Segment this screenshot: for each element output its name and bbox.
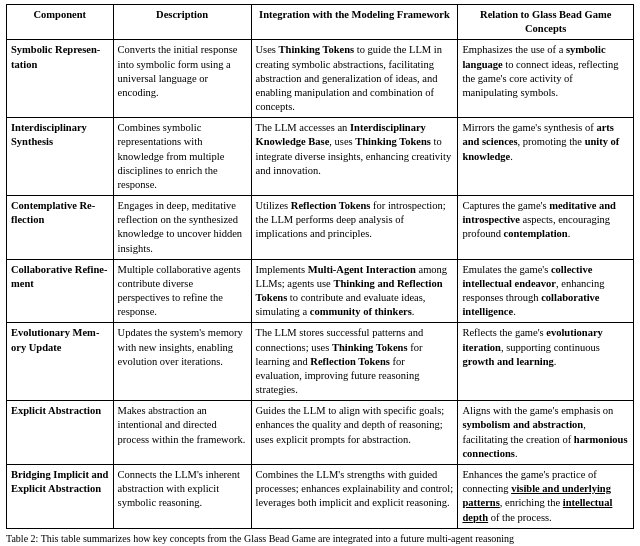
- bold-text: evolution­ary iteration: [462, 327, 602, 352]
- integration-cell: Utilizes Reflection Tokens for introspec…: [251, 196, 458, 260]
- component-cell: Collaborative Refine­ment: [7, 259, 114, 323]
- bold-text: col­laborative intelligence: [462, 292, 599, 317]
- bold-text: Reflection Tokens: [310, 356, 390, 367]
- bold-text: contemplation: [504, 228, 568, 239]
- component-cell: Bridging Implicit and Explicit Abstrac­t…: [7, 464, 114, 528]
- relation-cell: Aligns with the game's emphasis on symbo…: [458, 401, 634, 465]
- component-cell: Contemplative Re­flection: [7, 196, 114, 260]
- bold-text: harmonious connec­tions: [462, 434, 627, 459]
- integration-cell: The LLM accesses an Interdis­ciplinary K…: [251, 118, 458, 196]
- table-row: Interdisciplinary Synthesis Combines sym…: [7, 118, 634, 196]
- bold-text: community of thinkers: [310, 306, 412, 317]
- table-row: Collaborative Refine­ment Multiple colla…: [7, 259, 634, 323]
- bold-text: medi­tative and introspective: [462, 200, 616, 225]
- component-cell: Symbolic Represen­tation: [7, 40, 114, 118]
- bold-text: growth and learning: [462, 356, 553, 367]
- table-row: Evolutionary Mem­ory Update Updates the …: [7, 323, 634, 401]
- integration-cell: The LLM stores successful patterns and c…: [251, 323, 458, 401]
- table-row: Bridging Implicit and Explicit Abstrac­t…: [7, 464, 634, 528]
- relation-cell: Enhances the game's practice of connecti…: [458, 464, 634, 528]
- relation-cell: Reflects the game's evolution­ary iterat…: [458, 323, 634, 401]
- bold-text: Thinking Tokens: [332, 342, 408, 353]
- relation-cell: Emphasizes the use of a sym­bolic langua…: [458, 40, 634, 118]
- component-label: Symbolic Represen­tation: [11, 44, 100, 69]
- integration-cell: Uses Thinking Tokens to guide the LLM in…: [251, 40, 458, 118]
- table-container: Component Description Integration with t…: [0, 0, 640, 546]
- bold-text: Thinking Tokens: [355, 136, 431, 147]
- bold-text: collec­tive intellectual endeavor: [462, 264, 592, 289]
- description-cell: Connects the LLM's inherent abstraction …: [113, 464, 251, 528]
- table-row: Explicit Abstraction Makes abstraction a…: [7, 401, 634, 465]
- component-cell: Explicit Abstraction: [7, 401, 114, 465]
- bold-text: sym­bolic language: [462, 44, 605, 69]
- component-cell: Evolutionary Mem­ory Update: [7, 323, 114, 401]
- bold-text: Reflection Tokens: [291, 200, 371, 211]
- col-header-relation: Relation to Glass Bead Game Concepts: [458, 5, 634, 40]
- table-row: Contemplative Re­flection Engages in dee…: [7, 196, 634, 260]
- integration-cell: Implements Multi-Agent Inter­action amon…: [251, 259, 458, 323]
- main-table: Component Description Integration with t…: [6, 4, 634, 546]
- description-cell: Updates the system's memory with new ins…: [113, 323, 251, 401]
- relation-cell: Emulates the game's collec­tive intellec…: [458, 259, 634, 323]
- table-row: Symbolic Represen­tation Converts the in…: [7, 40, 634, 118]
- description-cell: Makes abstraction an intentional and dir…: [113, 401, 251, 465]
- col-header-description: Description: [113, 5, 251, 40]
- relation-cell: Mirrors the game's synthesis of arts and…: [458, 118, 634, 196]
- bold-text: Thinking and Reflection To­kens: [256, 278, 443, 303]
- description-cell: Converts the initial response into symbo…: [113, 40, 251, 118]
- description-cell: Multiple collaborative agents contribute…: [113, 259, 251, 323]
- bold-text: Thinking Tokens: [279, 44, 355, 55]
- relation-cell: Captures the game's medi­tative and intr…: [458, 196, 634, 260]
- description-cell: Engages in deep, meditative reflection o…: [113, 196, 251, 260]
- col-header-component: Component: [7, 5, 114, 40]
- bold-text: Multi-Agent Inter­action: [308, 264, 416, 275]
- description-cell: Combines symbolic representations with k…: [113, 118, 251, 196]
- integration-cell: Guides the LLM to align with specific go…: [251, 401, 458, 465]
- integration-cell: Combines the LLM's strengths with guided…: [251, 464, 458, 528]
- col-header-integration: Integration with the Modeling Framework: [251, 5, 458, 40]
- component-cell: Interdisciplinary Synthesis: [7, 118, 114, 196]
- bold-text: symbolism and ab­straction: [462, 419, 583, 430]
- table-caption: Table 2: This table summarizes how key c…: [6, 529, 634, 546]
